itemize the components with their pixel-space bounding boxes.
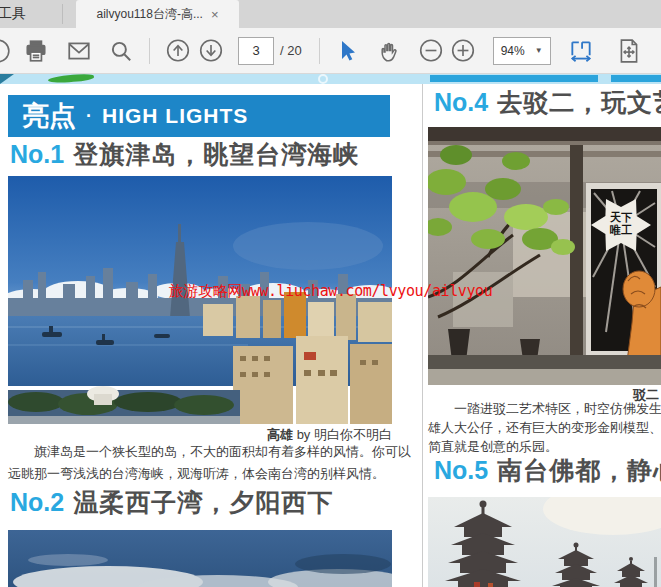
section-4-heading: No.4 去驳二，玩文艺 xyxy=(434,86,661,119)
section-2-number: No.2 xyxy=(10,488,64,517)
tools-tab[interactable]: 工具 xyxy=(0,0,26,28)
main-toolbar: / 20 94% ▼ xyxy=(0,28,661,74)
tab-bar: 工具 ailvyou118台湾-高... × xyxy=(0,0,661,28)
save-icon[interactable] xyxy=(0,38,11,64)
site-watermark: 旅游攻略网www.liuchaw.com/lvyou/ailvyou xyxy=(169,282,492,301)
tab-separator xyxy=(62,4,63,24)
column-divider xyxy=(422,84,423,587)
tools-tab-label: 工具 xyxy=(0,5,26,23)
strip-green-shape xyxy=(48,74,94,84)
select-tool-icon[interactable] xyxy=(334,38,360,64)
strip-circle-shape xyxy=(318,74,328,84)
email-icon[interactable] xyxy=(66,38,92,64)
section-4-body: 一踏进驳二艺术特区，时空仿佛发生了转 雄人大公仔，还有巨大的变形金刚模型、绵 简… xyxy=(428,399,661,456)
page-number-input[interactable] xyxy=(238,37,274,65)
print-icon[interactable] xyxy=(23,38,49,64)
page-down-icon[interactable] xyxy=(198,38,224,64)
section-1-title: 登旗津岛，眺望台湾海峡 xyxy=(73,138,359,171)
section-1-heading: No.1 登旗津岛，眺望台湾海峡 xyxy=(10,138,359,171)
toolbar-divider xyxy=(319,38,320,64)
photo-1-caption-place: 高雄 xyxy=(267,427,293,442)
section-5-number: No.5 xyxy=(434,456,488,485)
zoom-out-icon[interactable] xyxy=(418,38,444,64)
section-1-body: 旗津岛是一个狭长型的岛，不大的面积却有着多样的风情。你可以远眺那一弯浅浅的台湾海… xyxy=(8,441,412,485)
zoom-in-icon[interactable] xyxy=(450,38,476,64)
section-4-body-line-1: 一踏进驳二艺术特区，时空仿佛发生了转 xyxy=(428,399,661,418)
section-4-title: 去驳二，玩文艺 xyxy=(497,86,661,119)
section-1-number: No.1 xyxy=(10,140,64,169)
photo-1-caption-credit: by 明白你不明白 xyxy=(293,427,392,442)
pdf-viewer-window: 工具 ailvyou118台湾-高... × xyxy=(0,0,661,587)
search-icon[interactable] xyxy=(108,38,134,64)
zoom-level-select[interactable]: 94% ▼ xyxy=(493,37,551,65)
section-2-heading: No.2 温柔西子湾，夕阳西下 xyxy=(10,486,333,519)
section-5-title: 南台佛都，静心 xyxy=(497,454,661,487)
toolbar-divider xyxy=(149,38,150,64)
document-tab[interactable]: ailvyou118台湾-高... × xyxy=(76,0,239,28)
hand-tool-icon[interactable] xyxy=(377,38,403,64)
strip-blue-bar xyxy=(430,75,661,82)
banner-separator: · xyxy=(86,106,92,127)
document-tab-title: ailvyou118台湾-高... xyxy=(96,6,202,23)
chevron-down-icon: ▼ xyxy=(535,46,543,55)
strip-triangle-shape xyxy=(0,74,14,84)
section-4-body-line-2: 雄人大公仔，还有巨大的变形金刚模型、绵 xyxy=(428,418,661,437)
page-total-label: / 20 xyxy=(280,43,302,58)
zoom-level-value: 94% xyxy=(501,44,525,58)
document-page-view[interactable]: 亮点 · HIGH LIGHTS No.1 登旗津岛，眺望台湾海峡 xyxy=(0,74,661,587)
pier2-art-district-photo: 天下唯工 xyxy=(428,127,661,385)
pagodas-photo xyxy=(428,497,661,587)
fit-width-icon[interactable] xyxy=(568,38,594,64)
sunset-sky-photo xyxy=(8,530,392,587)
banner-title-cn: 亮点 xyxy=(22,98,76,134)
banner-title-en: HIGH LIGHTS xyxy=(102,104,248,128)
poster-text: 天下唯工 xyxy=(608,211,634,237)
fit-page-icon[interactable] xyxy=(616,38,642,64)
page-up-icon[interactable] xyxy=(165,38,191,64)
section-2-title: 温柔西子湾，夕阳西下 xyxy=(73,486,333,519)
strip-bar-gap xyxy=(598,75,611,82)
close-icon[interactable]: × xyxy=(211,8,219,21)
section-4-number: No.4 xyxy=(434,88,488,117)
section-5-heading: No.5 南台佛都，静心 xyxy=(434,454,661,487)
highlights-banner: 亮点 · HIGH LIGHTS xyxy=(8,95,390,137)
previous-page-bottom-strip xyxy=(0,74,661,84)
